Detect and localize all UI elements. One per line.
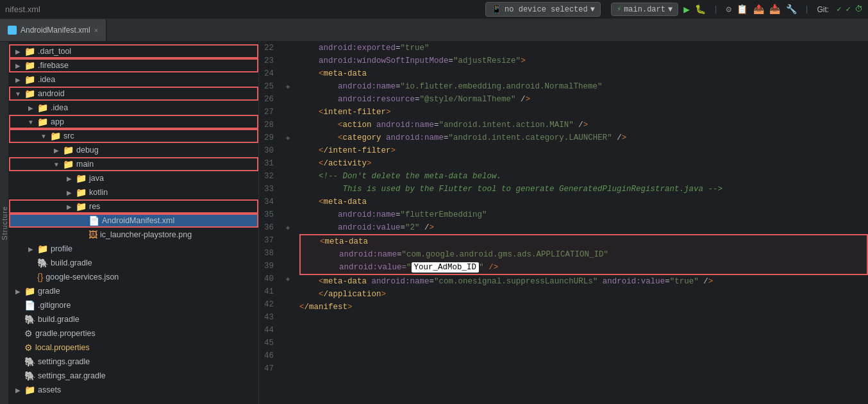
tree-item-src[interactable]: ▼📁src bbox=[9, 129, 258, 143]
tree-item-idea_root[interactable]: ▶📁.idea bbox=[9, 72, 258, 87]
item-label: .gitignore bbox=[38, 301, 71, 310]
item-label: ic_launcher-playstore.png bbox=[100, 230, 192, 239]
tree-item-gradle[interactable]: ▶📁gradle bbox=[9, 284, 258, 298]
code-line-40: <meta-data bbox=[299, 234, 868, 248]
tree-item-firebase[interactable]: ▶📁.firebase bbox=[9, 58, 258, 72]
gutter-line-46 bbox=[281, 349, 294, 362]
git-label: Git: bbox=[817, 5, 829, 14]
gutter-line-33 bbox=[281, 183, 294, 196]
toolbar-sep: | bbox=[714, 4, 719, 14]
item-label: build.gradle bbox=[51, 258, 92, 267]
item-label: google-services.json bbox=[46, 273, 119, 282]
item-icon: 📁 bbox=[24, 60, 35, 71]
tree-item-app[interactable]: ▼📁app bbox=[9, 115, 258, 129]
tree-item-gitignore[interactable]: 📄.gitignore bbox=[9, 298, 258, 312]
item-icon: 📁 bbox=[63, 145, 74, 155]
item-label: .idea bbox=[38, 75, 55, 84]
tree-item-profile[interactable]: ▶📁profile bbox=[9, 242, 258, 256]
device-selector[interactable]: 📱 no device selected ▼ bbox=[485, 2, 601, 17]
gutter-line-38 bbox=[281, 247, 294, 260]
item-label: gradle bbox=[38, 287, 60, 296]
code-line-46: </manifest> bbox=[299, 301, 868, 314]
folder-arrow: ▶ bbox=[14, 48, 22, 55]
tree-item-idea_android[interactable]: ▶📁.idea bbox=[9, 101, 258, 115]
line-num-36: 36 bbox=[264, 221, 274, 234]
tree-item-main[interactable]: ▼📁main bbox=[9, 157, 258, 171]
item-icon: 🐘 bbox=[24, 357, 35, 367]
item-label: android bbox=[38, 89, 65, 98]
code-line-26: android:name="io.flutter.embedding.andro… bbox=[299, 80, 868, 93]
tree-item-assets[interactable]: ▶📁assets bbox=[9, 383, 258, 397]
tree-item-ic_launcher[interactable]: 🖼ic_launcher-playstore.png bbox=[9, 228, 258, 242]
code-line-37: android:name="flutterEmbedding" bbox=[299, 208, 868, 221]
debug-button[interactable]: 🐛 bbox=[695, 4, 706, 15]
toolbar-title: nifest.xml bbox=[5, 4, 40, 14]
code-editor[interactable]: 2223242526272829303132333435363738394041… bbox=[259, 42, 868, 404]
run-button[interactable]: ▶ bbox=[683, 3, 690, 16]
tree-item-androidmanifest[interactable]: 📄AndroidManifest.xml bbox=[9, 214, 258, 228]
tree-item-settings_aar_gradle[interactable]: 🐘settings_aar.gradle bbox=[9, 369, 258, 383]
folder-arrow: ▶ bbox=[27, 105, 35, 112]
item-label: debug bbox=[76, 146, 99, 155]
tree-item-build_gradle_app[interactable]: 🐘build.gradle bbox=[9, 256, 258, 270]
tree-item-gradle_properties[interactable]: ⚙gradle.properties bbox=[9, 326, 258, 341]
item-icon: 📁 bbox=[24, 88, 35, 99]
folder-arrow: ▶ bbox=[65, 175, 73, 182]
item-icon: 📁 bbox=[37, 117, 48, 127]
tree-item-res[interactable]: ▶📁res bbox=[9, 199, 258, 214]
code-line-22: android:exported="true" bbox=[299, 42, 868, 55]
line-num-33: 33 bbox=[264, 183, 274, 196]
item-label: .firebase bbox=[38, 61, 69, 70]
gutter-line-29: ◈ bbox=[281, 131, 294, 144]
structure-label: Structure bbox=[1, 206, 8, 240]
folder-arrow: ▶ bbox=[53, 147, 60, 154]
tab-close-icon[interactable]: × bbox=[94, 26, 98, 34]
line-num-41: 41 bbox=[264, 285, 274, 298]
item-icon: 📁 bbox=[76, 201, 87, 212]
line-numbers: 2223242526272829303132333435363738394041… bbox=[259, 42, 281, 404]
gutter-line-34 bbox=[281, 196, 294, 208]
folder-arrow: ▶ bbox=[65, 189, 73, 196]
item-icon: ⚙ bbox=[24, 328, 33, 339]
gutter-line-28 bbox=[281, 119, 294, 131]
item-label: .idea bbox=[51, 103, 68, 112]
folder-arrow: ▶ bbox=[27, 246, 35, 253]
tree-item-settings_gradle[interactable]: 🐘settings.gradle bbox=[9, 355, 258, 369]
tree-item-kotlin[interactable]: ▶📁kotlin bbox=[9, 185, 258, 199]
gutter-line-45 bbox=[281, 337, 294, 349]
gutter-line-22 bbox=[281, 42, 294, 55]
line-num-44: 44 bbox=[264, 324, 274, 337]
code-line-27: android:resource="@style/NormalTheme" /> bbox=[299, 93, 868, 106]
tree-item-dart_tool[interactable]: ▶📁.dart_tool bbox=[9, 44, 258, 58]
code-lines: android:exported="true" android:windowSo… bbox=[294, 42, 868, 404]
line-num-26: 26 bbox=[264, 93, 274, 106]
line-num-40: 40 bbox=[264, 273, 274, 285]
item-label: .dart_tool bbox=[38, 47, 71, 56]
folder-arrow: ▼ bbox=[40, 133, 47, 140]
tree-item-build_gradle_root[interactable]: 🐘build.gradle bbox=[9, 312, 258, 326]
item-icon: 📁 bbox=[24, 286, 35, 296]
line-num-42: 42 bbox=[264, 298, 274, 311]
code-line-30: <action android:name="android.intent.act… bbox=[299, 119, 868, 131]
device-icon: 📱 bbox=[491, 4, 502, 15]
code-line-31: <category android:name="android.intent.c… bbox=[299, 131, 868, 144]
run-config-selector[interactable]: ⚡ main.dart ▼ bbox=[611, 3, 678, 16]
folder-arrow: ▶ bbox=[14, 288, 22, 295]
tab-androidmanifest[interactable]: AndroidManifest.xml × bbox=[0, 19, 106, 41]
folder-arrow: ▶ bbox=[14, 62, 22, 69]
tree-item-android[interactable]: ▼📁android bbox=[9, 87, 258, 101]
item-icon: 📁 bbox=[50, 131, 61, 141]
tree-item-java[interactable]: ▶📁java bbox=[9, 171, 258, 185]
admob-id-placeholder[interactable]: Your_AdMob_ID bbox=[412, 262, 480, 273]
tree-item-debug[interactable]: ▶📁debug bbox=[9, 143, 258, 157]
tree-item-google_services[interactable]: {}google-services.json bbox=[9, 270, 258, 284]
tree-item-local_properties[interactable]: ⚙local.properties bbox=[9, 341, 258, 355]
item-icon: 📁 bbox=[37, 103, 48, 113]
gutter-line-42 bbox=[281, 298, 294, 311]
gutter-line-39 bbox=[281, 260, 294, 273]
run-config-chevron-icon: ▼ bbox=[668, 5, 672, 14]
code-line-35: This is used by the Flutter tool to gene… bbox=[299, 183, 868, 196]
code-line-44: <meta-data android:name="com.onesignal.s… bbox=[299, 275, 868, 288]
item-icon: 📄 bbox=[88, 215, 99, 226]
device-label: no device selected bbox=[505, 5, 588, 14]
